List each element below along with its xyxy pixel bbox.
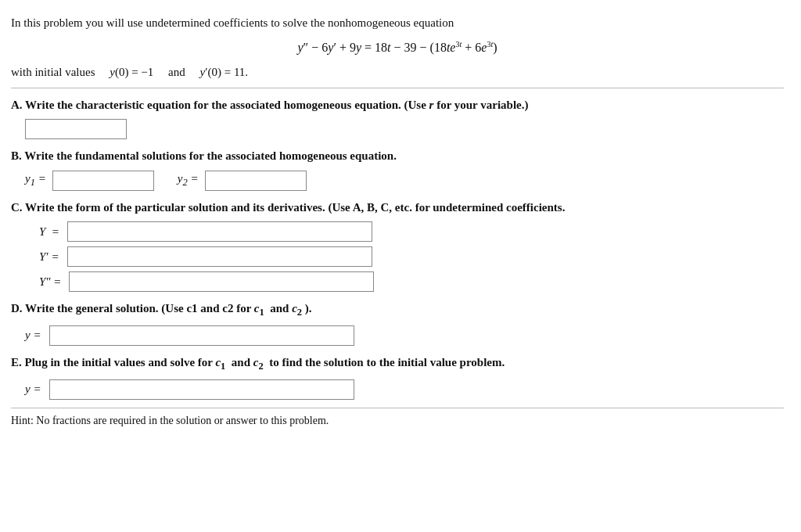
and-text: and (168, 66, 185, 78)
Ydprime-input[interactable] (69, 271, 374, 292)
intro-text: In this problem you will use undetermine… (11, 14, 784, 32)
section-c-content: Y = Y′ = Y″ = (25, 221, 784, 292)
initial-values-prefix: with initial values (11, 66, 95, 78)
Yprime-row: Y′ = (39, 246, 784, 267)
Y-label: Y = (39, 225, 59, 239)
y2-input[interactable] (205, 171, 307, 191)
y2-field: y2 = (178, 171, 307, 191)
y0-value: y(0) = −1 (110, 66, 153, 78)
top-divider (11, 88, 784, 88)
main-equation: y″ − 6y′ + 9y = 18t − 39 − (18te3t + 6e3… (11, 37, 784, 58)
Yprime-label: Y′ = (39, 250, 59, 264)
section-e-text: Plug in the initial values and solve for… (25, 356, 505, 368)
char-equation-input[interactable] (25, 119, 127, 139)
D-y-label: y = (25, 329, 41, 342)
hint-section: Hint: No fractions are required in the s… (11, 408, 784, 427)
D-y-input[interactable] (49, 325, 354, 346)
Yprime-input[interactable] (67, 246, 372, 267)
D-y-row: y = (25, 325, 784, 346)
section-e-label: E. Plug in the initial values and solve … (11, 354, 784, 374)
equation-text: y″ − 6y′ + 9y = 18t − 39 − (18te3t + 6e3… (298, 41, 497, 54)
section-e: E. Plug in the initial values and solve … (11, 354, 784, 400)
section-d-label: D. Write the general solution. (Use c1 a… (11, 300, 784, 320)
section-a-label: A. Write the characteristic equation for… (11, 96, 784, 114)
section-a-content (25, 119, 784, 139)
Y-input[interactable] (67, 221, 372, 242)
y1-field: y1 = (25, 171, 154, 191)
yprime0-value: y′(0) = 11. (200, 66, 249, 78)
section-a-text: Write the characteristic equation for th… (25, 99, 528, 111)
Ydprime-row: Y″ = (39, 271, 784, 292)
section-a: A. Write the characteristic equation for… (11, 96, 784, 140)
y1-input[interactable] (52, 171, 154, 191)
section-d-text: Write the general solution. (Use c1 and … (25, 302, 312, 315)
section-d: D. Write the general solution. (Use c1 a… (11, 300, 784, 346)
y2-label: y2 = (178, 172, 199, 189)
section-c: C. Write the form of the particular solu… (11, 199, 784, 293)
section-b-label: B. Write the fundamental solutions for t… (11, 147, 784, 165)
section-c-label: C. Write the form of the particular solu… (11, 199, 784, 217)
Y-row: Y = (39, 221, 784, 242)
section-b-text: Write the fundamental solutions for the … (24, 149, 397, 162)
E-y-label: y = (25, 383, 41, 396)
initial-values-line: with initial values y(0) = −1 and y′(0) … (11, 63, 784, 81)
hint-text: Hint: No fractions are required in the s… (11, 415, 329, 426)
y1-label: y1 = (25, 172, 46, 189)
E-y-row: y = (25, 379, 784, 400)
intro-paragraph: In this problem you will use undetermine… (11, 14, 784, 32)
Ydprime-label: Y″ = (39, 275, 61, 289)
y1-y2-row: y1 = y2 = (25, 171, 784, 191)
E-y-input[interactable] (49, 379, 354, 400)
section-b: B. Write the fundamental solutions for t… (11, 147, 784, 191)
section-c-text: Write the form of the particular solutio… (25, 201, 565, 214)
